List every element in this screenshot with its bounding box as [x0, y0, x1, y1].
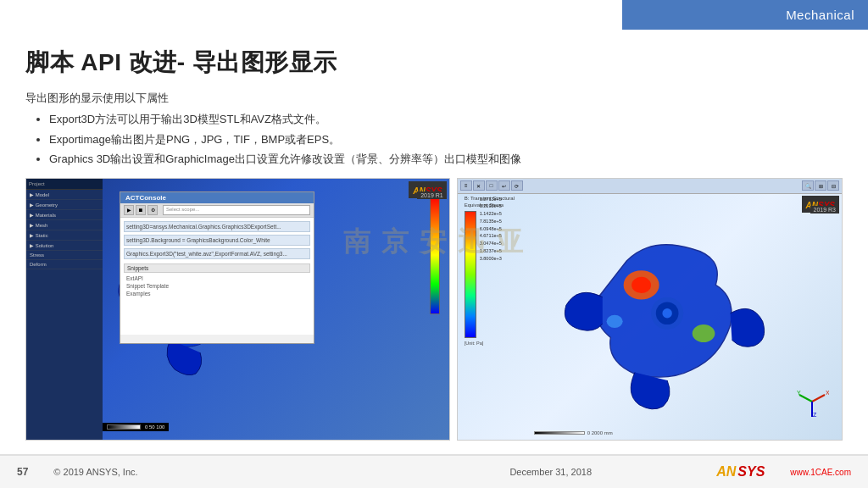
header-bar: Mechanical: [622, 0, 868, 30]
act-console-toolbar: ▶ ⏹ ⚙ Select scope...: [120, 203, 314, 218]
right-screenshot-panel: ≡ ✕ □ ↩ ⟳ 🔍 ⊞ ⊟ B: Transient Structural …: [457, 178, 843, 441]
toolbar-btn-2[interactable]: ⏹: [136, 205, 146, 215]
svg-point-12: [606, 314, 622, 327]
unit-label: [Unit: Pa]: [465, 341, 515, 346]
left-sidebar: Project ▶ Model ▶ Geometry ▶ Materials ▶…: [26, 179, 103, 440]
svg-line-14: [799, 395, 812, 402]
toolbar-r-2[interactable]: ✕: [473, 180, 485, 191]
bullet-list: Export3D方法可以用于输出3D模型STL和AVZ格式文件。 Exporti…: [25, 111, 843, 168]
tree-item-1: ▶ Model: [26, 190, 103, 200]
footer-logo-sys: SYS: [737, 464, 765, 480]
description-area: 导出图形的显示使用以下属性 Export3D方法可以用于输出3D模型STL和AV…: [25, 91, 843, 168]
left-sidebar-header: Project: [26, 179, 103, 190]
footer-logo: ANSYS: [716, 464, 765, 480]
select-scope-input[interactable]: Select scope...: [163, 205, 310, 215]
main-content: 脚本 API 改进- 导出图形显示 导出图形的显示使用以下属性 Export3D…: [0, 30, 868, 454]
code-line-2: setting3D.Background = GraphicsBackgroun…: [124, 235, 310, 246]
toolbar-btn-1[interactable]: ▶: [124, 205, 134, 215]
description-intro: 导出图形的显示使用以下属性: [25, 91, 843, 106]
svg-text:Y: Y: [797, 390, 801, 396]
act-console[interactable]: ACTConsole ▶ ⏹ ⚙ Select scope... setting…: [120, 191, 314, 344]
val-6: 4.6711e+5: [480, 232, 502, 240]
val-8: 1.8237e+5: [480, 247, 502, 255]
scale-values: 1.2713e+5 1.2192e+5 1.1422e+5 7.8135e+5 …: [480, 196, 502, 263]
toolbar-r-6[interactable]: 🔍: [802, 180, 814, 191]
version-label-right: 2019 R3: [810, 206, 839, 214]
tree-item-6: ▶ Solution: [26, 241, 103, 251]
val-4: 7.8135e+5: [480, 218, 502, 225]
toolbar-r-4[interactable]: ↩: [498, 180, 510, 191]
act-console-body: setting3D=ansys.Mechanical.Graphics.Grap…: [120, 218, 314, 335]
toolbar-r-8[interactable]: ⊟: [827, 180, 839, 191]
footer: 57 © 2019 ANSYS, Inc. December 31, 2018 …: [0, 454, 868, 488]
footer-copyright: © 2019 ANSYS, Inc.: [53, 467, 385, 477]
svg-point-11: [692, 324, 715, 342]
tree-item-3: ▶ Materials: [26, 210, 103, 220]
scale-text: 0 2000 mm: [587, 430, 613, 435]
footer-date: December 31, 2018: [385, 467, 716, 477]
val-3: 1.1422e+5: [480, 210, 502, 218]
axis-indicator: X Y Z: [795, 385, 829, 419]
val-1: 1.2713e+5: [480, 196, 502, 203]
toolbar-r-1[interactable]: ≡: [460, 180, 472, 191]
svg-point-10: [632, 276, 651, 292]
tree-item-8: Deform: [26, 260, 103, 269]
code-line-1: setting3D=ansys.Mechanical.Graphics.Grap…: [124, 221, 310, 232]
bottom-scale: 0 50 100: [103, 419, 424, 435]
left-screenshot-panel: Project ▶ Model ▶ Geometry ▶ Materials ▶…: [25, 178, 450, 441]
examples-item[interactable]: Examples: [124, 290, 310, 297]
color-scale-right: B: Transient Structural Equivalent Stres…: [465, 196, 515, 346]
toolbar-btn-3[interactable]: ⚙: [147, 205, 158, 215]
tree-item-5: ▶ Static: [26, 230, 103, 241]
snippets-item[interactable]: Snippets: [124, 263, 310, 273]
scale-label: 0 50 100: [145, 424, 164, 430]
val-7: 3.0474e+5: [480, 240, 502, 247]
svg-point-8: [662, 308, 671, 318]
tree-item-4: ▶ Mesh: [26, 220, 103, 230]
toolbar-r-5[interactable]: ⟳: [511, 180, 523, 191]
svg-text:Z: Z: [813, 412, 817, 418]
snippet-template-item[interactable]: Snippet Template: [124, 282, 310, 290]
val-9: 3.8000e+3: [480, 255, 502, 263]
scale-bar-right: 0 2000 mm: [534, 430, 829, 435]
tree-item-2: ▶ Geometry: [26, 200, 103, 210]
footer-page-number: 57: [17, 466, 28, 478]
val-2: 1.2192e+5: [480, 202, 502, 210]
val-5: 6.0948e+5: [480, 225, 502, 233]
act-console-header: ACTConsole: [120, 192, 314, 203]
page-title: 脚本 API 改进- 导出图形显示: [25, 47, 843, 79]
bullet-1: Export3D方法可以用于输出3D模型STL和AVZ格式文件。: [49, 111, 843, 128]
extapi-item[interactable]: ExtAPI: [124, 274, 310, 282]
bullet-3: Graphics 3D输出设置和GraphicImage出口设置允许修改设置（背…: [49, 151, 843, 168]
footer-website: www.1CAE.com: [790, 468, 851, 477]
version-label-left: 2019 R1: [417, 191, 446, 199]
mech-model-right: [526, 204, 825, 414]
bullet-2: Exportimage输出图片是PNG，JPG，TIF，BMP或者EPS。: [49, 131, 843, 148]
toolbar-r-7[interactable]: ⊞: [815, 180, 826, 191]
svg-text:X: X: [826, 390, 829, 396]
right-toolbar: ≡ ✕ □ ↩ ⟳ 🔍 ⊞ ⊟: [458, 179, 842, 194]
tree-item-7: Stress: [26, 251, 103, 260]
footer-logo-an: AN: [716, 464, 736, 480]
color-scale-left: [427, 196, 442, 331]
screenshots-container: Project ▶ Model ▶ Geometry ▶ Materials ▶…: [25, 178, 843, 441]
code-line-3: Graphics.Export3D("test_white.avz",Expor…: [124, 248, 310, 259]
toolbar-r-3[interactable]: □: [486, 180, 498, 191]
svg-line-13: [812, 395, 825, 402]
header-title: Mechanical: [786, 8, 854, 22]
